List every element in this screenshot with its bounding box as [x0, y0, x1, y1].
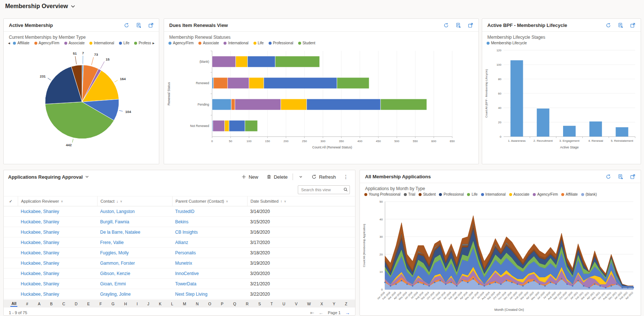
bar-segment-Professional[interactable]: [229, 120, 245, 131]
table-row[interactable]: Huckabee, ShanleyBurgill, FawniaBekins3/…: [4, 217, 355, 227]
delete-button[interactable]: Delete: [263, 173, 291, 181]
bar-segment-Professional[interactable]: [264, 78, 337, 89]
alphabet-filter-I[interactable]: I: [136, 301, 139, 306]
refresh-button[interactable]: Refresh: [309, 173, 339, 181]
alphabet-filter-M[interactable]: M: [182, 301, 187, 306]
legend-item[interactable]: Professional: [439, 192, 464, 196]
alphabet-filter-C[interactable]: C: [61, 301, 67, 306]
legend-item[interactable]: Agency/Firm: [34, 41, 59, 45]
alphabet-filter-P[interactable]: P: [220, 301, 225, 306]
alphabet-filter-S[interactable]: S: [257, 301, 262, 306]
legend-item[interactable]: Student: [419, 192, 436, 196]
legend-item[interactable]: (blank): [581, 192, 597, 196]
applications-area-chart[interactable]: 01020304050Jan 2018Feb 2018Mar 2018Apr 2…: [360, 197, 640, 314]
search-icon[interactable]: [343, 187, 348, 192]
bar-segment-Life[interactable]: [225, 120, 229, 131]
bar-segment-Professional[interactable]: [307, 99, 381, 110]
column-header[interactable]: Application Reviewer∨: [18, 196, 97, 206]
alphabet-filter-L[interactable]: L: [170, 301, 174, 306]
legend-item[interactable]: Affiliate: [13, 41, 30, 45]
column-header[interactable]: Parent Customer (Contact)∨: [172, 196, 247, 206]
bar-segment-Life[interactable]: [236, 56, 248, 67]
alphabet-filter-J[interactable]: J: [146, 301, 150, 306]
contact-link[interactable]: Fuggles, Molly: [97, 250, 172, 255]
table-row[interactable]: Huckabee, ShanleyFrere, VallieAllianz3/1…: [4, 237, 355, 248]
alphabet-filter-O[interactable]: O: [207, 301, 212, 306]
bar-segment-Associate[interactable]: [231, 99, 235, 110]
bar-segment-International[interactable]: [235, 99, 281, 110]
parent-customer-link[interactable]: TrustedID: [172, 209, 247, 214]
bar-segment-Life[interactable]: [249, 78, 264, 89]
legend-prev-icon[interactable]: ◄: [7, 41, 11, 45]
alphabet-filter-X[interactable]: X: [319, 301, 324, 306]
legend-item[interactable]: Life: [119, 41, 129, 45]
alphabet-filter-U[interactable]: U: [282, 301, 287, 306]
parent-customer-link[interactable]: Next Step Living: [172, 292, 247, 297]
contact-link[interactable]: Gammon, Forster: [97, 261, 172, 266]
application-reviewer-link[interactable]: Huckabee, Shanley: [18, 281, 97, 286]
table-row[interactable]: Huckabee, ShanleyGibson, KenzieInnoCenti…: [4, 268, 355, 279]
legend-item[interactable]: Agency/Firm: [168, 41, 194, 45]
memberships-pie-chart[interactable]: 7731516410444223151: [4, 46, 158, 159]
legend-item[interactable]: Young Professional: [364, 192, 401, 196]
legend-item[interactable]: International: [89, 41, 114, 45]
legend-item[interactable]: Trial: [404, 192, 415, 196]
alphabet-filter-G[interactable]: G: [110, 301, 116, 306]
view-selector[interactable]: Applications Requiring Approval: [8, 174, 83, 180]
table-row[interactable]: Huckabee, ShanleyGioan, EmmiTowerData3/2…: [4, 279, 355, 289]
bar-1. Awareness[interactable]: [511, 60, 523, 137]
new-button[interactable]: New: [238, 173, 261, 181]
column-filter-chevron-icon[interactable]: ∨: [226, 200, 228, 203]
legend-item[interactable]: International: [224, 41, 248, 45]
legend-item[interactable]: Student: [298, 41, 315, 45]
alphabet-filter-T[interactable]: T: [269, 301, 274, 306]
next-page-icon[interactable]: →: [345, 310, 350, 316]
refresh-icon[interactable]: [606, 174, 611, 179]
view-selector-chevron-icon[interactable]: [85, 176, 89, 178]
bar-segment-Student[interactable]: [381, 99, 427, 110]
contact-link[interactable]: Burgill, Fawnia: [97, 219, 172, 224]
contact-link[interactable]: Gibson, Kenzie: [97, 271, 172, 276]
bar-segment-International[interactable]: [228, 78, 249, 89]
bar-segment-Associate[interactable]: [214, 78, 228, 89]
legend-item[interactable]: Associate: [509, 192, 529, 196]
bar-5. Reinstatement[interactable]: [616, 127, 628, 137]
contact-link[interactable]: De la Barre, Natalee: [97, 230, 172, 235]
bar-2. Recruitment[interactable]: [537, 109, 549, 137]
view-records-icon[interactable]: [618, 174, 623, 179]
legend-item[interactable]: Professional: [269, 41, 293, 45]
first-page-icon[interactable]: ⇤: [310, 310, 314, 316]
alphabet-filter-H[interactable]: H: [123, 301, 128, 306]
refresh-icon[interactable]: [606, 23, 611, 28]
alphabet-filter-A[interactable]: A: [37, 301, 41, 306]
legend-item[interactable]: Membership Lifecycle: [487, 41, 527, 45]
bar-segment-Agency/Firm[interactable]: [212, 99, 231, 110]
refresh-icon[interactable]: [443, 23, 449, 28]
column-filter-chevron-icon[interactable]: ∨: [61, 200, 63, 203]
bar-segment-Agency/Firm[interactable]: [212, 78, 214, 89]
legend-item[interactable]: Life: [467, 192, 477, 196]
bar-4. Renewal[interactable]: [589, 121, 602, 137]
popout-icon[interactable]: [630, 174, 636, 179]
application-reviewer-link[interactable]: Huckabee, Shanley: [18, 261, 97, 266]
delete-split-chevron[interactable]: [295, 173, 306, 181]
view-records-icon[interactable]: [456, 23, 461, 28]
legend-item[interactable]: Affiliate: [561, 192, 578, 196]
parent-customer-link[interactable]: Allianz: [172, 240, 247, 245]
application-reviewer-link[interactable]: Huckabee, Shanley: [18, 209, 97, 214]
application-reviewer-link[interactable]: Huckabee, Shanley: [18, 250, 97, 255]
application-reviewer-link[interactable]: Huckabee, Shanley: [18, 240, 97, 245]
application-reviewer-link[interactable]: Huckabee, Shanley: [18, 271, 97, 276]
alphabet-filter-Y[interactable]: Y: [331, 301, 336, 306]
legend-item[interactable]: Professional: [134, 41, 151, 45]
alphabet-filter-R[interactable]: R: [245, 301, 250, 306]
parent-customer-link[interactable]: Munetrix: [172, 261, 247, 266]
page-title-chevron-icon[interactable]: [71, 5, 75, 8]
renewal-statuses-chart[interactable]: 050100150200250300350400450500550600650(…: [164, 46, 478, 157]
alphabet-filter-Z[interactable]: Z: [344, 301, 348, 306]
popout-icon[interactable]: [148, 23, 154, 28]
contact-link[interactable]: Grayling, Joline: [97, 292, 172, 297]
application-reviewer-link[interactable]: Huckabee, Shanley: [18, 219, 97, 224]
bar-segment-International[interactable]: [213, 120, 225, 131]
bar-segment-Student[interactable]: [337, 78, 369, 89]
